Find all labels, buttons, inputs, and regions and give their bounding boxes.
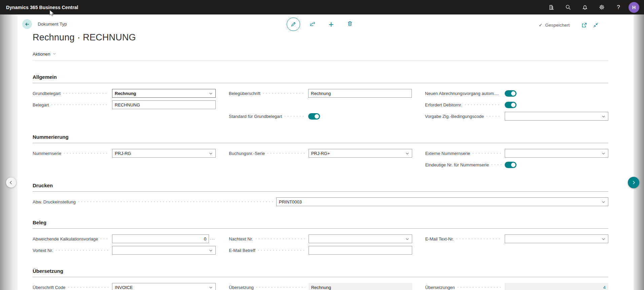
ueberschrift-code-dropdown[interactable]: INVOICE [112, 283, 216, 290]
chevron-down-icon[interactable] [601, 200, 606, 204]
section-title: Beleg [33, 220, 608, 229]
grundbelegart-dropdown[interactable]: Rechnung [112, 89, 216, 98]
dotted-leader [63, 93, 109, 94]
dotted-leader [68, 287, 109, 288]
share-icon [309, 21, 316, 28]
chevron-down-icon[interactable] [209, 248, 213, 253]
assist-edit-button[interactable]: ··· [209, 236, 216, 241]
chevron-down-icon[interactable] [601, 151, 606, 156]
chevron-down-icon[interactable] [209, 91, 213, 96]
pencil-icon [287, 18, 300, 31]
search-icon[interactable] [561, 1, 575, 14]
chevron-down-icon[interactable] [209, 285, 213, 290]
actions-menu[interactable]: Aktionen [33, 51, 56, 57]
field-standard-fuer-grundbelegart: Standard für Grundbelegart [229, 112, 412, 121]
toggle-knob [511, 91, 515, 96]
section-uebersetzung: Übersetzung Überschrift Code INVOICE Übe… [33, 268, 608, 290]
abweichende-kalkulationsvorlage-input[interactable]: 0 [112, 234, 209, 243]
delete-button[interactable] [343, 18, 357, 31]
field-value: 0 [115, 236, 206, 241]
card-content: Aktionen Allgemein Grundbelegart Rechnun… [17, 51, 634, 290]
share-button[interactable] [306, 18, 319, 31]
nachtext-nr-dropdown[interactable] [309, 234, 412, 243]
back-button[interactable] [22, 19, 32, 29]
nummernserie-dropdown[interactable]: PRJ-RG [112, 149, 216, 158]
dotted-leader [258, 250, 305, 251]
uebersetzung-readonly-field: Rechnung [309, 283, 412, 290]
dotted-leader [457, 238, 501, 239]
next-record-button[interactable] [628, 177, 639, 188]
dotted-leader [458, 287, 501, 288]
card-header: Dokument Typ Rechnung · RECHNUNG + [17, 14, 634, 43]
belegueberschrift-input[interactable]: Rechnung [308, 89, 412, 98]
neuen-abrechnungsvorgang-toggle[interactable] [505, 90, 516, 97]
open-in-new-window-button[interactable] [580, 21, 588, 29]
check-icon: ✓ [539, 23, 542, 28]
dotted-leader [465, 104, 501, 105]
save-indicator: ✓ Gespeichert [539, 21, 600, 29]
field-label: Übersetzung [229, 285, 254, 290]
empty-cell [229, 100, 412, 109]
field-label: Buchungsnr.-Serie [229, 151, 265, 156]
chevron-down-icon [52, 51, 56, 57]
field-value: PRJ-RG+ [311, 151, 403, 156]
chevron-down-icon[interactable] [601, 114, 606, 119]
edit-button[interactable] [287, 18, 300, 31]
company-icon[interactable] [544, 1, 558, 14]
dotted-leader [101, 238, 109, 239]
field-value: PRJ-RG [115, 151, 207, 156]
chevron-down-icon[interactable] [405, 237, 409, 241]
email-text-nr-dropdown[interactable] [505, 234, 608, 243]
standard-fuer-grundbelegart-toggle[interactable] [308, 113, 320, 120]
field-label: Neuen Abrechnungsvorgang autom.... [425, 91, 499, 96]
field-value: INVOICE [115, 285, 207, 290]
settings-icon[interactable] [595, 1, 608, 14]
email-betreff-input[interactable] [309, 246, 412, 255]
erfordert-debitornr-toggle[interactable] [505, 102, 516, 108]
plus-icon: + [328, 20, 333, 29]
field-erfordert-debitornr: Erfordert Debitornr. [425, 100, 608, 109]
uebersetzungen-drilldown-link[interactable]: 4 [507, 285, 606, 290]
section-title: Übersetzung [33, 268, 608, 277]
vortext-nr-dropdown[interactable] [112, 246, 216, 255]
previous-record-button[interactable] [6, 178, 16, 188]
field-label: Nummernserie [33, 151, 61, 156]
abw-druckeinstellung-dropdown[interactable]: PRINT0003 [276, 197, 608, 206]
trash-icon [347, 21, 353, 28]
dotted-leader [487, 116, 501, 117]
topbar-actions: ? H [544, 1, 639, 14]
vorgabe-zlg-bedingungscode-dropdown[interactable] [505, 112, 608, 121]
empty-cell [425, 246, 608, 255]
chevron-down-icon[interactable] [209, 151, 213, 156]
chevron-down-icon[interactable] [601, 237, 606, 241]
externe-nummernserie-dropdown[interactable] [505, 149, 608, 158]
actions-label: Aktionen [33, 52, 50, 57]
empty-cell [33, 160, 216, 169]
buchungsnr-serie-dropdown[interactable]: PRJ-RG+ [309, 149, 412, 158]
field-label: Grundbelegart [33, 91, 61, 96]
belegart-input[interactable]: RECHNUNG [112, 100, 216, 109]
help-icon[interactable]: ? [612, 1, 625, 14]
dotted-leader [473, 153, 501, 154]
section-drucken: Drucken Abw. Druckeinstellung PRINT0003 [33, 183, 608, 206]
notifications-icon[interactable] [578, 1, 592, 14]
eindeutige-nr-toggle[interactable] [505, 162, 516, 168]
field-belegueberschrift: Belegüberschrift Rechnung [229, 89, 412, 98]
dotted-leader [492, 164, 501, 165]
dotted-leader [267, 153, 305, 154]
new-button[interactable]: + [324, 18, 338, 31]
field-uebersetzung: Übersetzung Rechnung [229, 283, 412, 290]
saved-label: Gespeichert [545, 23, 570, 28]
uebersetzungen-readonly-field: 4 [505, 283, 608, 290]
avatar[interactable]: H [629, 2, 639, 13]
dotted-leader [78, 201, 273, 202]
field-email-text-nr: E-Mail Text-Nr. [425, 234, 608, 243]
field-label: E-Mail Betreff [229, 248, 255, 253]
app-title[interactable]: Dynamics 365 Business Central [6, 5, 78, 10]
field-vorgabe-zlg-bedingungscode: Vorgabe Zlg.-Bedingungscode [425, 112, 608, 121]
empty-cell [229, 160, 412, 169]
chevron-down-icon[interactable] [405, 151, 409, 156]
collapse-view-button[interactable] [591, 21, 600, 29]
field-nachtext-nr: Nachtext Nr. [229, 234, 412, 243]
field-label: Externe Nummernserie [425, 151, 470, 156]
